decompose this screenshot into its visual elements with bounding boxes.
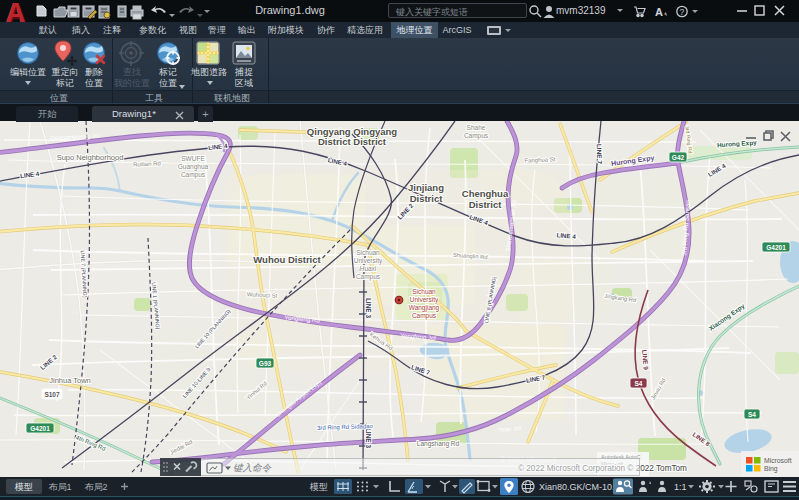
svg-text:Sichuan: Sichuan	[412, 288, 436, 295]
svg-text:Microsoft: Microsoft	[764, 457, 792, 464]
svg-text:Huaxi: Huaxi	[360, 265, 377, 272]
svg-text:S4: S4	[748, 411, 756, 418]
svg-text:University: University	[410, 296, 439, 304]
svg-text:S4: S4	[635, 380, 643, 387]
svg-text:LINE 3: LINE 3	[365, 428, 372, 449]
svg-text:布局2: 布局2	[84, 482, 107, 492]
svg-text:Bing: Bing	[764, 465, 778, 473]
svg-text:模型: 模型	[14, 482, 33, 492]
svg-text:Sichuan: Sichuan	[356, 249, 380, 256]
svg-text:Campus: Campus	[181, 171, 206, 179]
svg-text:G4201: G4201	[766, 244, 786, 251]
svg-text:G42: G42	[672, 154, 685, 161]
svg-text:A: A	[655, 6, 663, 18]
svg-text:Guanghua: Guanghua	[178, 163, 209, 171]
svg-text:?: ?	[680, 7, 685, 17]
svg-text:1:1: 1:1	[674, 482, 687, 492]
svg-text:SWUFE: SWUFE	[181, 155, 205, 162]
svg-text:Jinhua Town: Jinhua Town	[49, 376, 91, 385]
svg-text:Wangjiang: Wangjiang	[409, 304, 440, 312]
svg-text:G93: G93	[259, 360, 272, 367]
svg-text:Campus: Campus	[356, 273, 381, 281]
svg-text:布局1: 布局1	[48, 482, 71, 492]
svg-text:Supo Neighborhood: Supo Neighborhood	[57, 153, 124, 162]
svg-text:Chenghua: Chenghua	[462, 188, 509, 199]
svg-text:Campus: Campus	[412, 312, 437, 320]
svg-text:LINE 7: LINE 7	[596, 144, 604, 165]
svg-text:Campus: Campus	[464, 132, 489, 140]
svg-text:District: District	[469, 199, 503, 210]
svg-text:Jinjiang: Jinjiang	[408, 182, 444, 193]
svg-text:Wuhou District: Wuhou District	[253, 254, 321, 265]
svg-text:模型: 模型	[309, 482, 328, 492]
svg-text:G4201: G4201	[30, 425, 50, 432]
svg-text:S107: S107	[44, 391, 60, 398]
svg-text:Langshang Rd: Langshang Rd	[417, 440, 460, 448]
svg-text:District District: District District	[318, 136, 387, 147]
svg-text:University: University	[354, 257, 383, 265]
svg-text:Xian80.GK/CM-10...: Xian80.GK/CM-10...	[539, 482, 620, 492]
svg-text:Shahe: Shahe	[467, 124, 486, 131]
svg-text:LINE 4: LINE 4	[556, 231, 576, 239]
svg-text:LINE 3: LINE 3	[365, 298, 372, 319]
svg-text:District: District	[410, 193, 444, 204]
